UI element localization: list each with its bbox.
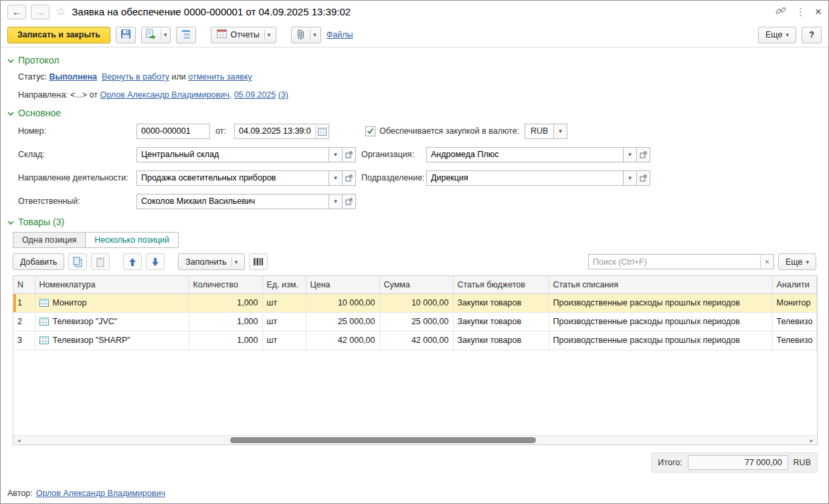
calendar-icon[interactable] — [315, 124, 329, 138]
organization-dropdown-button[interactable]: ▾ — [623, 147, 637, 162]
close-icon[interactable]: × — [815, 5, 822, 19]
paste-row-button[interactable] — [91, 253, 110, 270]
cell-unit[interactable]: шт — [262, 312, 306, 331]
warehouse-dropdown-button[interactable]: ▾ — [329, 147, 343, 162]
save-and-close-button[interactable]: Записать и закрыть — [7, 27, 110, 43]
author-link[interactable]: Орлов Александр Владимирович — [36, 489, 165, 498]
cell-quantity[interactable]: 1,000 — [189, 293, 262, 312]
fill-button[interactable]: Заполнить ▾ — [178, 253, 245, 270]
organization-open-button[interactable] — [636, 147, 650, 162]
move-down-button[interactable] — [146, 253, 165, 270]
col-sum[interactable]: Сумма — [379, 276, 453, 293]
cell-analytics[interactable]: Телевизо — [772, 331, 817, 350]
organization-field[interactable] — [426, 147, 624, 162]
cell-price[interactable]: 25 000,00 — [306, 312, 379, 331]
copy-row-button[interactable] — [68, 253, 87, 270]
activity-input[interactable] — [137, 171, 329, 185]
table-row[interactable]: 1 Монитор 1,000 шт 10 000,00 10 000,00 З… — [13, 293, 817, 312]
activity-field[interactable] — [136, 170, 329, 186]
section-protocol[interactable]: Протокол — [7, 55, 823, 66]
department-open-button[interactable] — [636, 170, 650, 186]
scrollbar-thumb[interactable] — [230, 437, 535, 443]
cell-sum[interactable]: 42 000,00 — [379, 331, 453, 350]
search-clear-icon[interactable]: × — [760, 255, 773, 269]
number-input[interactable] — [137, 124, 209, 138]
responsible-field[interactable] — [136, 194, 329, 209]
currency-field[interactable]: RUB — [525, 124, 554, 139]
cell-nomenclature[interactable]: Телевизор "SHARP" — [35, 331, 189, 350]
activity-open-button[interactable] — [342, 170, 356, 186]
cell-price[interactable]: 42 000,00 — [306, 331, 379, 350]
cell-n[interactable]: 1 — [13, 293, 35, 312]
cell-nomenclature[interactable]: Телевизор "JVC" — [35, 312, 189, 331]
cell-nomenclature[interactable]: Монитор — [35, 293, 189, 312]
cancel-request-link[interactable]: отменить заявку — [188, 72, 252, 82]
link-icon[interactable] — [775, 5, 786, 18]
reports-button[interactable]: Отчеты ▾ — [211, 27, 276, 43]
cell-writeoff[interactable]: Производственные расходы прошлых периодо… — [549, 293, 772, 312]
section-main[interactable]: Основное — [7, 108, 823, 118]
save-button[interactable] — [116, 27, 136, 43]
cell-sum[interactable]: 10 000,00 — [379, 293, 453, 312]
organization-input[interactable] — [427, 148, 623, 162]
barcode-button[interactable] — [249, 253, 268, 270]
responsible-input[interactable] — [137, 195, 329, 209]
cell-n[interactable]: 3 — [13, 331, 35, 350]
cell-analytics[interactable]: Телевизо — [772, 312, 817, 331]
help-button[interactable]: ? — [802, 27, 822, 43]
currency-dropdown-button[interactable]: ▾ — [553, 124, 567, 139]
directed-date-link[interactable]: 05.09.2025 — [234, 90, 276, 100]
create-based-on-button[interactable]: ▾ — [141, 27, 171, 43]
scroll-right-icon[interactable]: ▸ — [806, 436, 817, 445]
structure-button[interactable] — [176, 27, 196, 43]
cell-price[interactable]: 10 000,00 — [306, 293, 379, 312]
department-field[interactable] — [426, 170, 624, 186]
directed-person-link[interactable]: Орлов Александр Владимирович, — [100, 90, 232, 100]
favorite-star-icon[interactable]: ☆ — [56, 5, 66, 19]
responsible-dropdown-button[interactable]: ▾ — [329, 194, 343, 209]
cell-n[interactable]: 2 — [13, 312, 35, 331]
more-button[interactable]: Еще ▾ — [758, 27, 796, 43]
back-button[interactable]: ← — [7, 5, 26, 19]
cell-writeoff[interactable]: Производственные расходы прошлых периодо… — [549, 331, 772, 350]
search-input[interactable] — [589, 255, 760, 269]
activity-dropdown-button[interactable]: ▾ — [329, 170, 343, 186]
tab-multiple-positions[interactable]: Несколько позиций — [85, 232, 179, 248]
responsible-open-button[interactable] — [342, 194, 356, 209]
status-value-link[interactable]: Выполнена — [49, 72, 97, 82]
search-field[interactable]: × — [588, 254, 774, 269]
cell-quantity[interactable]: 1,000 — [189, 312, 262, 331]
move-up-button[interactable] — [123, 253, 142, 270]
col-analytics[interactable]: Аналити — [772, 276, 817, 293]
section-goods[interactable]: Товары (3) — [7, 217, 823, 227]
table-row[interactable]: 2 Телевизор "JVC" 1,000 шт 25 000,00 25 … — [13, 312, 817, 331]
warehouse-open-button[interactable] — [342, 147, 356, 162]
goods-more-button[interactable]: Еще ▾ — [778, 253, 816, 270]
cell-analytics[interactable]: Монитор — [772, 293, 817, 312]
cell-unit[interactable]: шт — [262, 331, 306, 350]
forward-button[interactable]: → — [31, 5, 50, 19]
number-field[interactable] — [136, 124, 210, 139]
col-nomenclature[interactable]: Номенклатура — [35, 276, 189, 293]
cell-unit[interactable]: шт — [262, 293, 306, 312]
warehouse-input[interactable] — [137, 148, 329, 162]
attachments-button[interactable]: ▾ — [291, 27, 321, 43]
department-input[interactable] — [427, 171, 623, 185]
files-link[interactable]: Файлы — [327, 30, 353, 39]
cell-sum[interactable]: 25 000,00 — [379, 312, 453, 331]
add-row-button[interactable]: Добавить — [13, 253, 64, 270]
cell-budget[interactable]: Закупки товаров — [453, 331, 549, 350]
horizontal-scrollbar[interactable]: ◂ ▸ — [13, 435, 817, 445]
col-quantity[interactable]: Количество — [189, 276, 262, 293]
date-input[interactable] — [235, 124, 315, 138]
warehouse-field[interactable] — [136, 147, 329, 162]
cell-writeoff[interactable]: Производственные расходы прошлых периодо… — [549, 312, 772, 331]
tab-single-position[interactable]: Одна позиция — [13, 232, 86, 248]
date-field[interactable] — [234, 124, 329, 139]
directed-count-link[interactable]: (3) — [278, 90, 288, 100]
col-price[interactable]: Цена — [306, 276, 379, 293]
kebab-menu-icon[interactable]: ⋮ — [796, 6, 806, 18]
table-row[interactable]: 3 Телевизор "SHARP" 1,000 шт 42 000,00 4… — [13, 331, 817, 350]
col-writeoff[interactable]: Статья списания — [549, 276, 772, 293]
cell-budget[interactable]: Закупки товаров — [453, 312, 549, 331]
